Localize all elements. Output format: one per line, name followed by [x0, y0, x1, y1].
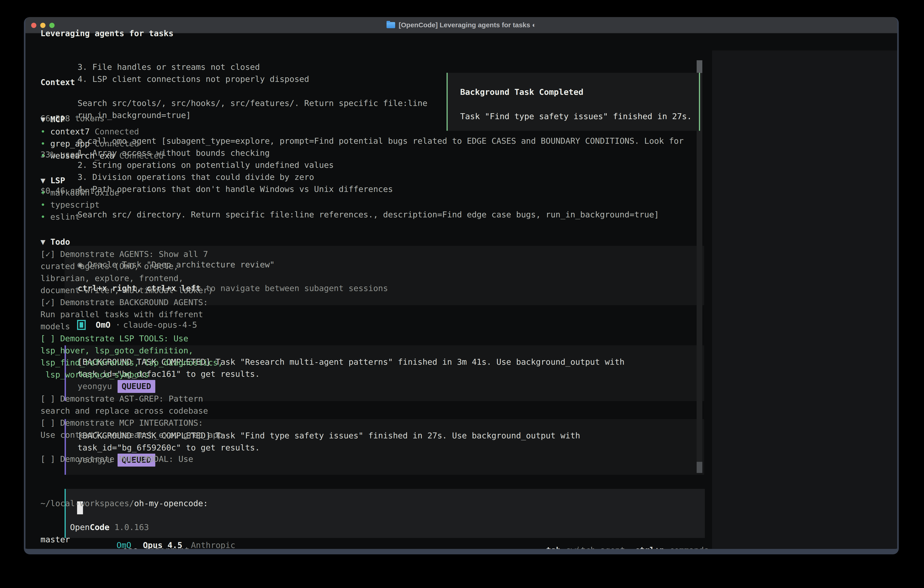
mcp-section-header[interactable]: ▼ MCP: [40, 113, 65, 125]
lsp-item: • markdown-oxide: [40, 187, 119, 199]
bullet-icon: •: [40, 127, 50, 136]
app-name: Open: [70, 522, 90, 532]
mcp-item: • grep_app Connected: [40, 137, 164, 150]
todo-item-pending: [ ] Demonstrate MULTIMODAL: Use: [40, 453, 223, 465]
tab-key-hint: tab: [546, 545, 561, 554]
mcp-list: • context7 Connected• grep_app Connected…: [40, 126, 164, 162]
app-version: OpenCode 1.0.163: [40, 509, 149, 545]
todo-section-header[interactable]: ▼ Todo: [40, 236, 70, 248]
todo-item-pending: [ ] Demonstrate AST-GREP: Patternsearch …: [40, 393, 223, 417]
bullet-icon: •: [40, 151, 50, 160]
context-heading: Context: [40, 76, 105, 88]
folder-icon: [386, 22, 395, 28]
tool-call-text: call_omo_agent [subagent_type=explore, p…: [87, 136, 684, 145]
notification-toast: Background Task Completed Task "Find typ…: [447, 73, 700, 131]
lsp-item: • eslint: [40, 211, 119, 223]
todo-item-pending: [ ] Demonstrate MCP INTEGRATIONS:Use con…: [40, 417, 223, 441]
todo-item-active: [ ] Demonstrate LSP TOOLS: Uselsp_hover,…: [40, 332, 223, 381]
statusbar-right: tab switch agent ctrl+p commands: [546, 544, 709, 554]
ctrlp-key-hint: ctrl+p: [635, 545, 664, 554]
lsp-item: • typescript: [40, 199, 119, 211]
lsp-list: • markdown-oxide• typescript• eslint: [40, 187, 119, 223]
notification-body: Task "Find type safety issues" finished …: [460, 110, 692, 122]
notification-title: Background Task Completed: [460, 86, 583, 98]
bullet-icon: •: [40, 212, 50, 221]
chevron-down-icon: ▼: [40, 115, 46, 124]
todo-list: [✓] Demonstrate AGENTS: Show all 7curate…: [40, 248, 223, 465]
ctrlp-key-label: commands: [669, 545, 709, 554]
tool-call-footer: Search src/ directory. Return specific f…: [78, 208, 659, 221]
chevron-down-icon: ▼: [40, 237, 46, 246]
bullet-icon: •: [40, 200, 50, 210]
title-group: [OpenCode] Leveraging agents for tasks ◐: [386, 21, 536, 29]
tab-key-label: switch agent: [566, 545, 625, 554]
chat-scrollbar-thumb[interactable]: [696, 462, 702, 473]
app-name-bold: Code: [90, 522, 110, 532]
version-number: 1.0.163: [109, 522, 149, 532]
chat-scrollback: 3. File handles or streams not closed4. …: [78, 61, 427, 121]
todo-item-done: [✓] Demonstrate AGENTS: Show all 7curate…: [40, 248, 223, 296]
lsp-section-header[interactable]: ▼ LSP: [40, 174, 65, 187]
tool-call-header: ⚙ call_omo_agent [subagent_type=explore,…: [78, 135, 684, 147]
bullet-icon: •: [40, 188, 50, 197]
window-title: [OpenCode] Leveraging agents for tasks ◐: [399, 21, 536, 29]
desktop: [OpenCode] Leveraging agents for tasks ◐…: [0, 0, 924, 588]
terminal-window: [OpenCode] Leveraging agents for tasks ◐…: [24, 17, 899, 554]
mcp-item: • context7 Connected: [40, 126, 164, 137]
workspace-prefix: ~/local-workspaces/: [40, 499, 134, 508]
sidebar: [712, 51, 899, 554]
bullet-icon: •: [40, 139, 50, 148]
close-button[interactable]: [31, 23, 36, 28]
todo-item-done: [✓] Demonstrate BACKGROUND AGENTS:Run pa…: [40, 296, 223, 332]
session-title: Leveraging agents for tasks: [40, 27, 173, 39]
chat-scrollbar-thumb-top[interactable]: [696, 60, 702, 73]
mcp-item: • websearch_exa Connected: [40, 150, 164, 162]
workspace-repo: oh-my-opencode:: [134, 499, 208, 508]
chevron-down-icon: ▼: [40, 176, 46, 185]
